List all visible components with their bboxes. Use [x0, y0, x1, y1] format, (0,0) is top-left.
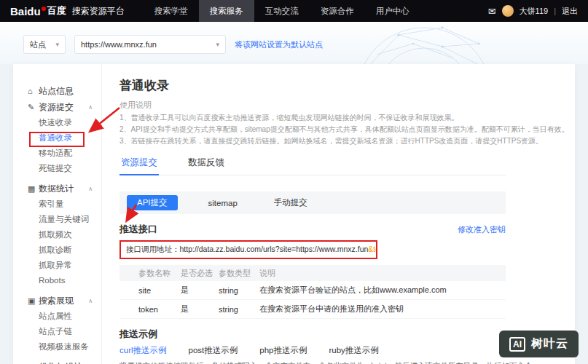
sidebar-group-label: 优化与维护 — [39, 361, 82, 364]
baidu-logo-cn: 百度 — [47, 4, 66, 17]
api-address-url: http://data.zz.baidu.com/urls?site=https… — [180, 245, 369, 253]
tab-curl-example[interactable]: curl推送示例 — [119, 345, 167, 356]
table-row: site 是 string 在搜索资源平台验证的站点，比如www.example… — [119, 281, 506, 300]
usage-line-3: 3、若链接存在跳转关系，请直接提交跳转后链接。如网站换域名，需提交新域名资源；进… — [119, 136, 569, 146]
nav-interaction[interactable]: 互动交流 — [254, 0, 310, 22]
col-header: 是否必选 — [181, 268, 219, 279]
col-header: 参数类型 — [219, 268, 259, 279]
sidebar-item-site-attribute[interactable]: 站点属性 — [28, 309, 101, 324]
tab-php-example[interactable]: php推送示例 — [259, 345, 307, 356]
chevron-down-icon: ▾ — [55, 41, 59, 48]
col-header: 说明 — [259, 268, 506, 279]
example-description: 将要提交的链接按照每行一条的格式写入一个文本文件中，命名此文件为urls.txt… — [119, 361, 569, 364]
sidebar-item-robots[interactable]: Robots — [28, 273, 101, 288]
api-address-label: 接口调用地址： — [126, 245, 180, 253]
tab-ruby-example[interactable]: ruby推送示例 — [329, 345, 378, 356]
sidebar-item-video-service[interactable]: 视频极速服务 — [28, 339, 101, 355]
tab-manual-submit[interactable]: 手动提交 — [268, 195, 313, 210]
sidebar-group-optimize-maintain[interactable]: ⊞ 优化与维护 ∧ — [28, 359, 101, 364]
baidu-logo[interactable]: Baidu 百度 — [10, 4, 66, 17]
chevron-up-icon: ∧ — [88, 186, 93, 192]
logout-link[interactable]: 退出 — [562, 6, 578, 17]
sidebar-item-crawl-diagnosis[interactable]: 抓取诊断 — [28, 242, 101, 258]
modify-key-link[interactable]: 修改准入密钥 — [458, 224, 506, 235]
sidebar-item-normal-include[interactable]: 普通收录 — [28, 130, 101, 146]
sub-header-area: 站点 ▾ https://www.mnxz.fun ▾ 将该网站设置为默认站点 — [0, 22, 588, 64]
site-url-value: https://www.mnxz.fun — [81, 40, 157, 49]
table-row: token 是 string 在搜索资源平台申请的推送用的准入密钥 — [119, 300, 506, 319]
main-content: 普通收录 使用说明 1、普通收录工具可以向百度搜索主动推送资源，缩短爬虫发现网站… — [102, 64, 575, 364]
chevron-up-icon: ∧ — [88, 104, 93, 111]
sidebar-item-mobile-adapt[interactable]: 移动适配 — [28, 146, 101, 161]
page-title: 普通收录 — [119, 77, 569, 94]
api-address-box: 接口调用地址：http://data.zz.baidu.com/urls?sit… — [119, 240, 377, 259]
stats-icon: ▦ — [28, 184, 39, 194]
tab-post-example[interactable]: post推送示例 — [189, 345, 238, 356]
param-type: string — [219, 305, 259, 314]
chevron-up-icon: ∧ — [88, 298, 93, 304]
nav-search-service[interactable]: 搜索服务 — [199, 0, 254, 22]
header-divider: | — [554, 7, 556, 15]
sidebar-group-label: 资源提交 — [39, 101, 74, 114]
params-table: 参数名称 是否必选 参数类型 说明 site 是 string 在搜索资源平台验… — [119, 265, 506, 319]
sidebar-group-data-stats[interactable]: ▦ 数据统计 ∧ — [28, 181, 101, 197]
sidebar-item-fast-include[interactable]: 快速收录 — [28, 115, 101, 130]
sidebar-item-site-sublink[interactable]: 站点子链 — [28, 324, 101, 339]
sidebar-group-label: 搜索展现 — [39, 295, 74, 307]
sidebar-item-crawl-errors[interactable]: 抓取异常 — [28, 258, 101, 273]
watermark-badge: AI 树叶云 — [499, 331, 579, 357]
param-required: 是 — [181, 304, 219, 314]
push-api-section-head: 推送接口 修改准入密钥 — [119, 223, 506, 236]
content-panel: ⌂ 站点信息 ✎ 资源提交 ∧ 快速收录 普通收录 移动适配 死链提交 ▦ 数据… — [13, 64, 575, 364]
chevron-down-icon: ▾ — [216, 41, 219, 48]
baidu-paw-icon — [42, 7, 46, 11]
submit-icon: ✎ — [28, 103, 39, 112]
param-name: site — [138, 286, 181, 295]
avatar[interactable] — [502, 5, 514, 17]
site-url-select[interactable]: https://www.mnxz.fun ▾ — [74, 35, 226, 54]
param-desc: 在搜索资源平台申请的推送用的准入密钥 — [259, 304, 506, 314]
tab-sitemap[interactable]: sitemap — [203, 197, 243, 210]
sidebar-group-resource-submit[interactable]: ✎ 资源提交 ∧ — [28, 99, 101, 115]
top-nav: 搜索学堂 搜索服务 互动交流 资源合作 用户中心 — [144, 0, 420, 22]
usage-line-1: 1、普通收录工具可以向百度搜索主动推送资源，缩短爬虫发现网站链接的时间，不保证收… — [119, 113, 569, 122]
method-tabs: API提交 sitemap 手动提交 — [119, 191, 506, 214]
sidebar: ⌂ 站点信息 ✎ 资源提交 ∧ 快速收录 普通收录 移动适配 死链提交 ▦ 数据… — [13, 64, 102, 364]
param-type: string — [219, 286, 259, 295]
sidebar-group-label: 站点信息 — [39, 85, 74, 98]
nav-resource-coop[interactable]: 资源合作 — [310, 0, 365, 22]
watermark-logo-icon: AI — [509, 337, 525, 352]
param-name: token — [138, 305, 181, 314]
username[interactable]: 大饼119 — [520, 6, 549, 17]
col-header: 参数名称 — [138, 268, 181, 279]
set-default-site-link[interactable]: 将该网站设置为默认站点 — [235, 39, 323, 50]
header-user-area: ✉ 大饼119 | 退出 — [488, 5, 578, 17]
sidebar-item-site-info[interactable]: ⌂ 站点信息 — [28, 83, 101, 99]
sidebar-group-label: 数据统计 — [39, 183, 74, 195]
usage-line-2: 2、API提交和手动提交方式共享配额，sitemap提交配额不与其他方式共享，具… — [119, 124, 569, 134]
param-required: 是 — [181, 285, 219, 296]
sidebar-item-crawl-frequency[interactable]: 抓取频次 — [28, 227, 101, 242]
tab-data-feedback[interactable]: 数据反馈 — [187, 151, 226, 175]
site-selector-bar: 站点 ▾ https://www.mnxz.fun ▾ 将该网站设置为默认站点 — [23, 35, 323, 54]
sidebar-item-dead-link[interactable]: 死链提交 — [28, 161, 101, 176]
sidebar-item-index-volume[interactable]: 索引量 — [28, 197, 101, 212]
sidebar-group-search-display[interactable]: ▣ 搜索展现 ∧ — [28, 293, 101, 309]
api-token-prefix: &token=7 — [368, 245, 377, 253]
watermark-text: 树叶云 — [531, 336, 568, 352]
nav-user-center[interactable]: 用户中心 — [365, 0, 420, 22]
site-type-select[interactable]: 站点 ▾ — [23, 35, 66, 54]
mail-icon[interactable]: ✉ — [488, 6, 496, 17]
table-header-row: 参数名称 是否必选 参数类型 说明 — [119, 265, 506, 281]
param-desc: 在搜索资源平台验证的站点，比如www.example.com — [259, 285, 506, 296]
display-icon: ▣ — [28, 296, 39, 306]
platform-title[interactable]: 搜索资源平台 — [72, 5, 125, 17]
push-api-title: 推送接口 — [119, 223, 157, 236]
tab-api-submit[interactable]: API提交 — [127, 195, 178, 210]
usage-title: 使用说明 — [119, 100, 569, 111]
sidebar-item-traffic-keywords[interactable]: 流量与关键词 — [28, 212, 101, 227]
top-header: Baidu 百度 搜索资源平台 搜索学堂 搜索服务 互动交流 资源合作 用户中心… — [0, 0, 588, 22]
nav-search-school[interactable]: 搜索学堂 — [144, 0, 199, 22]
tab-resource-submit[interactable]: 资源提交 — [119, 151, 159, 175]
baidu-logo-latin: Baidu — [10, 5, 41, 17]
